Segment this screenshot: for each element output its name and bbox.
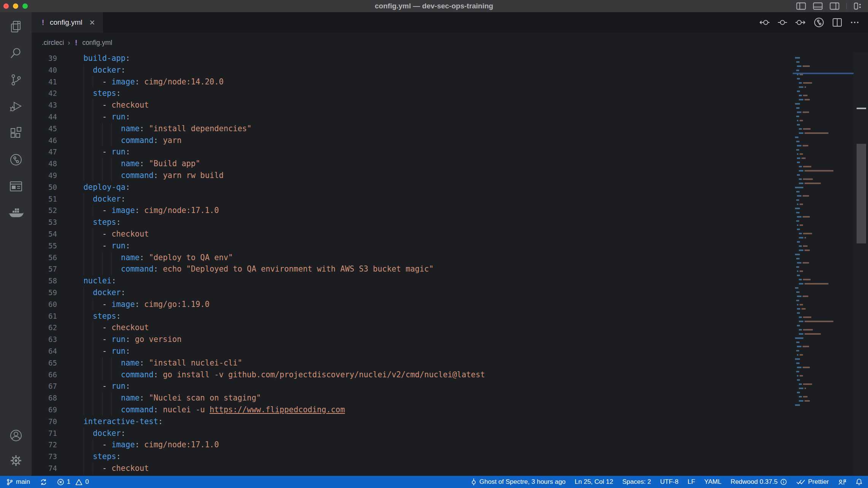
code-line[interactable]: 71docker: — [32, 428, 868, 439]
line-number[interactable]: 71 — [32, 428, 57, 439]
code-line[interactable]: 48name: "Build app" — [32, 158, 868, 170]
status-problems[interactable]: 1 0 — [57, 476, 89, 488]
status-encoding[interactable]: UTF-8 — [660, 476, 678, 488]
editor-scrollbar[interactable] — [854, 52, 868, 476]
line-number[interactable]: 68 — [32, 392, 57, 404]
status-language-mode[interactable]: YAML — [704, 476, 721, 488]
line-number[interactable]: 49 — [32, 170, 57, 181]
notifications-bell-icon[interactable] — [855, 476, 863, 488]
code-line[interactable]: 59docker: — [32, 287, 868, 299]
code-line[interactable]: 63- run: go version — [32, 334, 868, 345]
code-line[interactable]: 72- image: cimg/node:17.1.0 — [32, 439, 868, 451]
line-number[interactable]: 72 — [32, 439, 57, 451]
code-line[interactable]: 60- image: cimg/go:1.19.0 — [32, 299, 868, 310]
code-line[interactable]: 42steps: — [32, 87, 868, 99]
line-number[interactable]: 41 — [32, 76, 57, 88]
gitlens-file-annotations-icon[interactable] — [813, 17, 825, 28]
code-editor[interactable]: 39build-app:40docker:41- image: cimg/nod… — [32, 52, 868, 476]
split-editor-icon[interactable] — [832, 18, 842, 27]
run-and-debug-icon[interactable] — [7, 97, 25, 116]
gitlens-icon[interactable] — [7, 151, 25, 169]
layout-panel-icon[interactable] — [813, 2, 823, 10]
code-line[interactable]: 73steps: — [32, 451, 868, 463]
line-number[interactable]: 60 — [32, 299, 57, 310]
breadcrumb-folder[interactable]: .circleci — [42, 39, 64, 47]
line-number[interactable]: 70 — [32, 416, 57, 428]
search-icon[interactable] — [7, 44, 25, 62]
status-formatter[interactable]: Prettier — [796, 476, 829, 488]
line-number[interactable]: 73 — [32, 451, 57, 463]
line-number[interactable]: 45 — [32, 123, 57, 135]
status-cursor-position[interactable]: Ln 25, Col 12 — [575, 476, 613, 488]
status-redwood-version[interactable]: Redwood 0.37.5 — [730, 476, 787, 488]
code-line[interactable]: 47- run: — [32, 146, 868, 158]
explorer-icon[interactable] — [7, 17, 25, 36]
code-line[interactable]: 44- run: — [32, 111, 868, 123]
line-number[interactable]: 62 — [32, 322, 57, 334]
status-branch[interactable]: main — [6, 476, 30, 488]
settings-gear-icon[interactable] — [7, 451, 25, 470]
status-sync[interactable] — [40, 476, 47, 488]
status-indentation[interactable]: Spaces: 2 — [622, 476, 651, 488]
line-number[interactable]: 46 — [32, 135, 57, 146]
customize-layout-icon[interactable] — [854, 2, 863, 10]
code-line[interactable]: 46command: yarn — [32, 135, 868, 146]
browser-preview-icon[interactable] — [7, 177, 25, 196]
line-number[interactable]: 51 — [32, 193, 57, 205]
line-number[interactable]: 39 — [32, 52, 57, 64]
more-actions-icon[interactable] — [850, 17, 860, 27]
line-number[interactable]: 55 — [32, 240, 57, 252]
code-line[interactable]: 62- checkout — [32, 322, 868, 334]
breadcrumb-file[interactable]: config.yml — [82, 39, 112, 47]
code-line[interactable]: 66command: go install -v github.com/proj… — [32, 369, 868, 381]
code-line[interactable]: 45name: "install dependencies" — [32, 123, 868, 135]
gitlens-open-changes-previous-icon[interactable] — [759, 17, 770, 27]
layout-sidebar-left-icon[interactable] — [796, 2, 806, 10]
line-number[interactable]: 65 — [32, 357, 57, 369]
line-number[interactable]: 40 — [32, 64, 57, 76]
line-number[interactable]: 54 — [32, 228, 57, 240]
code-line[interactable]: 54- checkout — [32, 228, 868, 240]
code-line[interactable]: 51docker: — [32, 193, 868, 205]
code-line[interactable]: 67- run: — [32, 380, 868, 392]
line-number[interactable]: 61 — [32, 310, 57, 322]
line-number[interactable]: 44 — [32, 111, 57, 123]
extensions-icon[interactable] — [7, 124, 25, 142]
feedback-icon[interactable] — [838, 476, 846, 488]
line-number[interactable]: 67 — [32, 380, 57, 392]
line-number[interactable]: 43 — [32, 99, 57, 111]
code-line[interactable]: 58nuclei: — [32, 275, 868, 287]
scrollbar-thumb[interactable] — [857, 144, 866, 243]
status-eol[interactable]: LF — [687, 476, 695, 488]
code-line[interactable]: 52- image: cimg/node:17.1.0 — [32, 205, 868, 216]
line-number[interactable]: 69 — [32, 404, 57, 416]
code-line[interactable]: 41- image: cimg/node:14.20.0 — [32, 76, 868, 88]
code-line[interactable]: 68name: "Nuclei scan on staging" — [32, 392, 868, 404]
tab-config-yml[interactable]: ! config.yml ✕ — [32, 12, 103, 33]
line-number[interactable]: 53 — [32, 216, 57, 228]
code-line[interactable]: 65name: "install nuclei-cli" — [32, 357, 868, 369]
code-line[interactable]: 50deploy-qa: — [32, 181, 868, 193]
gitlens-open-changes-next-icon[interactable] — [795, 17, 806, 27]
code-line[interactable]: 43- checkout — [32, 99, 868, 111]
code-line[interactable]: 70interactive-test: — [32, 416, 868, 428]
code-line[interactable]: 40docker: — [32, 64, 868, 76]
code-line[interactable]: 39build-app: — [32, 52, 868, 64]
minimap[interactable] — [793, 52, 854, 476]
close-tab-icon[interactable]: ✕ — [89, 18, 95, 27]
code-line[interactable]: 55- run: — [32, 240, 868, 252]
code-line[interactable]: 57command: echo "Deployed to QA environm… — [32, 263, 868, 275]
line-number[interactable]: 42 — [32, 87, 57, 99]
code-line[interactable]: 53steps: — [32, 216, 868, 228]
code-line[interactable]: 56name: "deploy to QA env" — [32, 252, 868, 264]
line-number[interactable]: 56 — [32, 252, 57, 264]
code-line[interactable]: 61steps: — [32, 310, 868, 322]
line-number[interactable]: 57 — [32, 263, 57, 275]
account-icon[interactable] — [7, 426, 25, 445]
layout-sidebar-right-icon[interactable] — [830, 2, 839, 10]
code-line[interactable]: 74- checkout — [32, 463, 868, 474]
docker-icon[interactable] — [7, 204, 25, 222]
status-gitlens-blame[interactable]: Ghost of Spectre, 3 hours ago — [471, 476, 566, 488]
line-number[interactable]: 63 — [32, 334, 57, 345]
code-line[interactable]: 64- run: — [32, 345, 868, 357]
